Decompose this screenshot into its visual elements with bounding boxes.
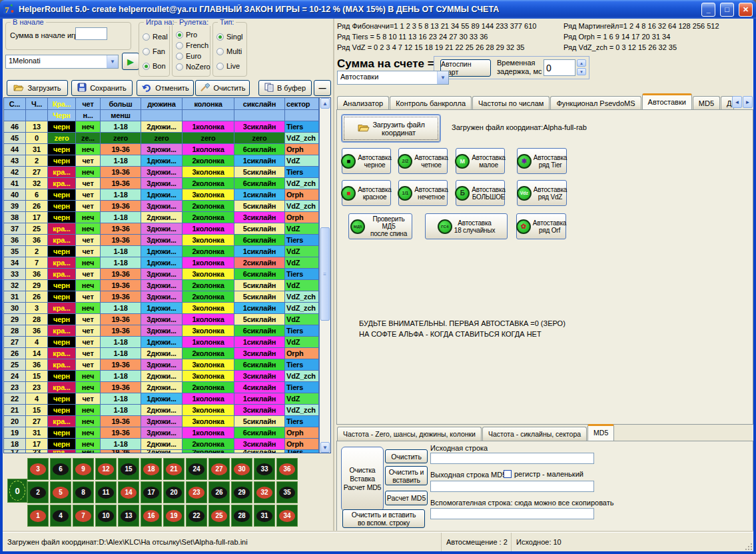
roulette-cell-15[interactable]: 15 [118,458,139,480]
radio-french[interactable]: French [176,41,208,49]
register-checkbox[interactable] [504,470,512,478]
radio-live[interactable]: Live [216,62,240,70]
radio-euro-icon[interactable] [176,53,183,60]
roulette-cell-19[interactable]: 19 [163,505,185,527]
md5-source-input[interactable] [430,453,594,464]
profile-combo[interactable]: 1Melonati ▼ [5,55,119,69]
scroll-up-icon[interactable]: ▲ [320,98,330,109]
radio-nozero[interactable]: NoZero [176,63,210,71]
autobet-orf-row-button[interactable]: ✿Автоставкаряд Orf [516,213,566,239]
roulette-cell-16[interactable]: 16 [141,505,162,527]
autobet-even-button[interactable]: 2/2Автоставкачетное [398,148,448,174]
tab-md5[interactable]: MD5 [693,96,720,110]
md5-clear-and-paste-button[interactable]: Очистить ивставить [385,466,428,485]
radio-french-icon[interactable] [176,42,183,49]
md5-clear-paste-calc-button[interactable]: ОчисткаВставкаРасчет MD5 [341,447,384,511]
spin-down-icon[interactable]: ▼ [577,68,586,75]
autobet-big-button[interactable]: БАвтоставкаБОЛЬШОЕ [456,180,505,206]
roulette-cell-5[interactable]: 5 [50,481,71,503]
maximize-button[interactable]: □ [720,3,734,17]
close-button[interactable]: ✕ [739,3,753,17]
md5-output-input[interactable] [430,481,594,492]
roulette-cell-4[interactable]: 4 [50,505,71,527]
roulette-cell-29[interactable]: 29 [231,481,252,503]
radio-multi-icon[interactable] [216,48,224,55]
roulette-cell-21[interactable]: 21 [163,458,185,480]
roulette-cell-31[interactable]: 31 [254,505,275,527]
tab-bankroll-control[interactable]: Контроль банкролла [390,96,472,110]
autobet-black-button[interactable]: ■Автоставкачерное [342,148,391,174]
md5-calc-button[interactable]: Расчет MD5 [385,491,428,505]
chevron-down-icon[interactable]: ▼ [107,55,118,68]
mode-combo[interactable]: Автоставки ▼ [337,71,449,85]
roulette-cell-9[interactable]: 9 [73,458,94,480]
autobet-red-button[interactable]: ■Автоставкакрасное [342,180,391,206]
load-button[interactable]: Загрузить [7,80,68,96]
radio-singl[interactable]: Singl [216,33,242,41]
roulette-cell-1[interactable]: 1 [27,505,49,527]
autobet-tier-row-button[interactable]: ✱Автоставкаряд Tier [517,148,567,174]
start-sum-input[interactable] [75,27,107,40]
autobet-vdz-row-button[interactable]: VdzАвтоставкаряд VdZ [517,180,567,206]
roulette-cell-27[interactable]: 27 [208,458,230,480]
radio-nozero-icon[interactable] [176,63,183,71]
autobet-odd-button[interactable]: 1/1Автоставканечетное [398,180,448,206]
radio-live-icon[interactable] [216,63,224,70]
roulette-cell-13[interactable]: 13 [118,505,139,527]
chevron-down-icon[interactable]: ▼ [437,71,448,84]
radio-bon[interactable]: Bon [143,62,166,70]
radio-singl-icon[interactable] [216,33,224,41]
tab-md5-tool[interactable]: MD5 [587,424,614,441]
roulette-cell-36[interactable]: 36 [276,458,298,480]
roulette-cell-26[interactable]: 26 [208,481,230,503]
roulette-cell-0[interactable]: 0 [7,479,27,503]
roulette-cell-32[interactable]: 32 [254,481,275,503]
tab-scroll-right-icon[interactable]: ► [743,96,753,108]
delay-input[interactable] [544,59,575,76]
radio-euro[interactable]: Euro [176,52,201,60]
table-scrollbar[interactable]: ▲ ≡ ▼ [319,98,330,453]
roulette-cell-33[interactable]: 33 [254,458,275,480]
radio-pro-icon[interactable] [176,31,183,39]
register-checkbox-row[interactable]: регистр - маленький [504,470,583,478]
md5-clear-paste-aux-button[interactable]: Очистить и вставитьво вспом. строку [342,509,425,528]
roulette-cell-22[interactable]: 22 [186,505,207,527]
md5-clear-button[interactable]: Очистить [385,449,428,463]
resize-grip[interactable] [744,542,752,550]
tab-scroll-left-icon[interactable]: ◄ [732,96,742,108]
roulette-cell-12[interactable]: 12 [95,458,117,480]
save-button[interactable]: Сохранить [71,80,133,96]
collapse-button[interactable]: — [314,80,331,96]
tab-freq-zero-chances[interactable]: Частота - Zero, шансы, дюжины, колонки [337,427,482,441]
roulette-cell-11[interactable]: 11 [95,481,117,503]
play-button[interactable]: ▶ [122,53,139,70]
roulette-cell-20[interactable]: 20 [163,481,185,503]
roulette-cell-10[interactable]: 10 [95,505,117,527]
load-coordinates-button[interactable]: Загрузить файлкоординат [342,115,440,142]
roulette-cell-7[interactable]: 7 [73,505,94,527]
radio-multi[interactable]: Multi [216,47,242,55]
radio-real[interactable]: Real [143,33,168,41]
radio-fan[interactable]: Fan [143,47,165,55]
roulette-cell-24[interactable]: 24 [186,458,207,480]
tab-freq-sixlines-sectors[interactable]: Частота - сиклайны, сектора [482,427,587,441]
roulette-cell-30[interactable]: 30 [231,458,252,480]
scrollbar-thumb[interactable]: ≡ [320,227,330,321]
radio-pro[interactable]: Pro [176,31,197,39]
md5-aux-input[interactable] [430,508,594,519]
undo-button[interactable]: Отменить [137,80,194,96]
tab-autobets[interactable]: Автоставки [642,93,692,110]
copy-buffer-button[interactable]: В буфер [258,80,312,96]
scroll-down-icon[interactable]: ▼ [320,442,330,453]
tab-number-frequencies[interactable]: Частоты по числам [472,96,550,110]
roulette-cell-17[interactable]: 17 [141,481,162,503]
roulette-cell-8[interactable]: 8 [73,481,94,503]
roulette-cell-18[interactable]: 18 [141,458,162,480]
minimize-button[interactable]: _ [701,3,715,17]
radio-real-icon[interactable] [143,33,150,41]
roulette-cell-2[interactable]: 2 [27,481,49,503]
roulette-cell-28[interactable]: 28 [231,505,252,527]
roulette-cell-34[interactable]: 34 [276,505,298,527]
roulette-cell-35[interactable]: 35 [276,481,298,503]
spin-up-icon[interactable]: ▲ [577,59,586,67]
